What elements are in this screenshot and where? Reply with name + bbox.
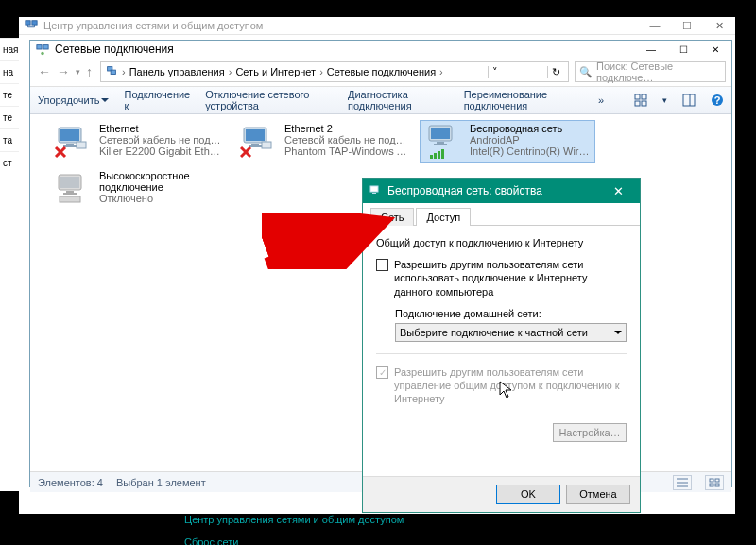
chevron-down-icon (614, 331, 622, 338)
wireless-properties-icon (369, 184, 382, 197)
svg-rect-41 (60, 196, 80, 202)
frag: те (0, 83, 19, 106)
svg-rect-11 (683, 94, 695, 106)
nav-forward-button[interactable]: → (55, 64, 72, 79)
home-network-label: Подключение домашней сети: (395, 308, 627, 319)
minimize-button[interactable]: — (635, 41, 667, 58)
crumb-network-internet[interactable]: Сеть и Интернет (232, 66, 319, 77)
crumb-network-connections[interactable]: Сетевые подключения (323, 66, 439, 77)
home-network-value: Выберите подключение к частной сети (400, 327, 614, 338)
maximize-button[interactable]: ☐ (671, 17, 703, 35)
search-input[interactable]: 🔍 Поиск: Сетевые подключе… (575, 61, 726, 82)
item-count: Элементов: 4 (38, 477, 103, 488)
home-network-dropdown[interactable]: Выберите подключение к частной сети (395, 323, 627, 342)
nav-history-button[interactable]: ▾ (74, 67, 82, 77)
tab-sharing[interactable]: Доступ (416, 208, 471, 226)
breadcrumb-icon (105, 64, 118, 79)
dialog-close-button[interactable]: ✕ (602, 179, 634, 203)
explorer-title-bar: Сетевые подключения — ☐ ✕ (30, 41, 731, 58)
dialog-body: Общий доступ к подключению к Интернету Р… (363, 226, 640, 453)
connection-desc: Phantom TAP-Windows A… (284, 145, 407, 157)
allow-sharing-label: Разрешить другим пользователям сети испо… (394, 258, 627, 298)
svg-rect-46 (715, 479, 719, 482)
help-button[interactable]: ? (711, 93, 724, 108)
svg-rect-0 (26, 21, 30, 25)
connection-item-selected[interactable]: Беспроводная сеть AndroidAP Intel(R) Cen… (420, 120, 595, 163)
parent-title-bar: Центр управления сетями и общим доступом… (19, 17, 735, 35)
svg-point-4 (41, 52, 44, 56)
connection-item[interactable]: Ethernet 2 Сетевой кабель не подкл… Phan… (234, 120, 410, 163)
frag: ст (0, 151, 19, 174)
svg-rect-6 (111, 70, 115, 74)
breadcrumb[interactable]: › Панель управления › Сеть и Интернет › … (100, 61, 569, 82)
svg-rect-9 (635, 101, 640, 106)
settings-link[interactable]: Центр управления сетями и общим доступом (184, 514, 404, 525)
svg-text:?: ? (714, 94, 721, 106)
connection-item[interactable]: Высокоскоростное подключение Отключено (49, 167, 238, 211)
frag: та (0, 128, 19, 151)
allow-control-label: Разрешить другим пользователям сети упра… (394, 366, 627, 406)
settings-links: Центр управления сетями и общим доступом… (184, 514, 404, 545)
icons-view-button[interactable] (705, 475, 724, 490)
wireless-icon (424, 123, 462, 161)
svg-rect-3 (43, 45, 48, 49)
dropdown-icon[interactable]: ˅ (488, 66, 502, 78)
frag: те (0, 106, 19, 128)
svg-rect-23 (246, 129, 265, 141)
refresh-button[interactable]: ↻ (547, 66, 564, 78)
address-row: ← → ▾ ↑ › Панель управления › Сеть и Инт… (30, 58, 731, 86)
dialog-tabs: Сеть Доступ (363, 203, 640, 226)
svg-rect-26 (262, 142, 271, 148)
tab-network[interactable]: Сеть (370, 208, 414, 226)
close-button[interactable]: ✕ (703, 17, 735, 35)
background-left-strip: ная на те те та ст (0, 38, 19, 491)
ethernet-icon (54, 123, 92, 161)
maximize-button[interactable]: ☐ (667, 41, 699, 58)
toolbar: Упорядочить Подключение к Отключение сет… (30, 86, 731, 114)
allow-sharing-checkbox[interactable] (376, 259, 388, 271)
connection-item[interactable]: Ethernet Сетевой кабель не подкл… Killer… (49, 120, 225, 163)
svg-rect-10 (642, 101, 646, 106)
svg-rect-7 (635, 94, 640, 99)
settings-link[interactable]: Сброс сети (184, 536, 404, 545)
chevron-down-icon[interactable]: ▾ (662, 95, 667, 105)
close-button[interactable]: ✕ (699, 41, 731, 58)
svg-rect-34 (434, 153, 437, 159)
connection-status: Сетевой кабель не подкл… (284, 134, 407, 145)
nav-back-button[interactable]: ← (36, 64, 53, 79)
cancel-button[interactable]: Отмена (566, 485, 630, 504)
svg-rect-31 (437, 142, 444, 144)
allow-control-checkbox: ✓ (376, 366, 388, 379)
svg-rect-38 (60, 177, 79, 188)
connection-name: Беспроводная сеть (470, 123, 593, 134)
frag: на (0, 60, 19, 83)
organize-menu[interactable]: Упорядочить (38, 94, 109, 106)
crumb-control-panel[interactable]: Панель управления (126, 66, 229, 77)
svg-rect-25 (249, 145, 262, 147)
connection-status: AndroidAP (470, 134, 593, 145)
connection-status: Сетевой кабель не подкл… (99, 134, 222, 145)
divider (376, 353, 627, 354)
svg-rect-36 (441, 149, 444, 159)
preview-pane-button[interactable] (682, 93, 696, 108)
network-connections-icon (36, 43, 49, 56)
search-icon: 🔍 (579, 66, 593, 78)
connection-desc: Killer E2200 Gigabit Etherne… (99, 145, 222, 157)
disable-device-button[interactable]: Отключение сетевого устройства (205, 89, 333, 111)
ok-button[interactable]: OK (496, 485, 560, 504)
rename-button[interactable]: Переименование подключения (464, 89, 583, 111)
frag: ная (0, 38, 19, 60)
svg-rect-2 (37, 45, 42, 49)
diagnose-button[interactable]: Диагностика подключения (348, 89, 449, 111)
nav-up-button[interactable]: ↑ (84, 64, 94, 79)
svg-rect-45 (710, 479, 713, 482)
chevron-icon: › (439, 66, 443, 77)
svg-rect-40 (63, 193, 77, 195)
ethernet-icon (239, 123, 277, 161)
svg-rect-49 (370, 186, 378, 192)
details-view-button[interactable] (673, 475, 692, 490)
dialup-icon (54, 170, 92, 208)
connect-to-button[interactable]: Подключение к (124, 89, 190, 111)
minimize-button[interactable]: — (639, 17, 671, 35)
view-options-button[interactable] (634, 93, 647, 108)
